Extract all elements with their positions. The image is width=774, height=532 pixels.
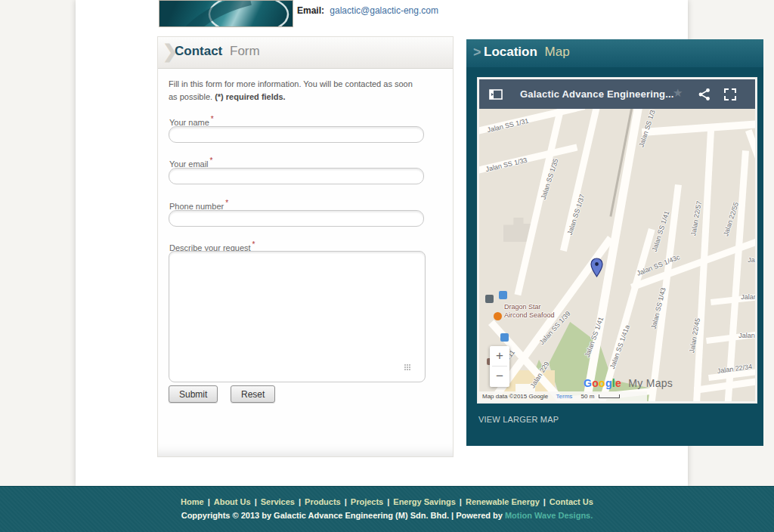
email-field-label: Your email*: [169, 156, 212, 169]
separator: |: [208, 497, 210, 506]
email-field[interactable]: [169, 168, 424, 184]
road: [515, 109, 565, 295]
footer-link[interactable]: Products: [305, 497, 341, 506]
required-asterisk: *: [225, 199, 228, 207]
required-asterisk: *: [211, 115, 214, 123]
panel-title: Contact Form: [175, 44, 260, 59]
separator: |: [299, 497, 301, 506]
footer-copyright: Coppyrights © 2013 by Galactic Advance E…: [0, 511, 774, 520]
email-label: Email:: [297, 5, 324, 16]
share-icon[interactable]: [697, 87, 712, 102]
poi-label: Dragon Star Aircond Seafood: [504, 303, 555, 320]
map-data-credit: Map data ©2015 Google: [482, 393, 548, 400]
hotel-icon[interactable]: [500, 333, 509, 342]
separator: |: [255, 497, 257, 506]
google-logo: Google: [584, 377, 621, 389]
textarea-resize-grip[interactable]: [404, 364, 410, 370]
map-marker-icon[interactable]: [590, 258, 603, 278]
map-zoom-control: + −: [490, 346, 509, 387]
scale-bar: [599, 394, 620, 398]
form-intro-text: Fill in this form for more information. …: [169, 78, 423, 104]
phone-label: Phone number*: [169, 199, 228, 211]
gas-station-icon[interactable]: [485, 295, 494, 303]
page: Email: galactic@galactic-eng.com ❯ Conta…: [0, 0, 774, 532]
scale-label: 50 m: [581, 393, 595, 400]
phone-field[interactable]: [169, 210, 424, 227]
location-map-header: > Location Map: [466, 39, 763, 67]
intro-required-note: (*) required fields.: [215, 92, 286, 101]
fullscreen-icon[interactable]: [723, 87, 738, 102]
intro-text: Fill in this form for more information. …: [169, 79, 413, 101]
separator: |: [387, 497, 389, 506]
separator: |: [460, 497, 462, 506]
footer-link[interactable]: Renewable Energy: [466, 497, 540, 506]
contact-email: Email: galactic@galactic-eng.com: [297, 5, 438, 16]
footer-link[interactable]: Projects: [351, 497, 383, 506]
contact-form-panel: ❯ Contact Form Fill in this form for mor…: [157, 36, 454, 457]
footer-link[interactable]: About Us: [214, 497, 251, 506]
footer-link[interactable]: Home: [181, 497, 204, 506]
google-my-maps-logo[interactable]: Google My Maps: [584, 377, 673, 389]
star-icon[interactable]: ★: [673, 86, 683, 100]
road-label: Jalan SS 1/33: [485, 156, 528, 173]
gmaps-toolbar: Galactic Advance Engineering... ★: [479, 79, 755, 109]
submit-button[interactable]: Submit: [169, 385, 218, 403]
request-textarea[interactable]: [169, 251, 426, 382]
panel-title-primary: Contact: [175, 44, 222, 58]
panel-title-secondary: Form: [230, 44, 260, 58]
road-label: Ja: [748, 256, 755, 264]
main-content: Email: galactic@galactic-eng.com ❯ Conta…: [76, 0, 688, 486]
map-embed-frame: Galactic Advance Engineering... ★: [478, 78, 757, 403]
required-asterisk: *: [252, 240, 255, 249]
footer-link[interactable]: Contact Us: [550, 497, 593, 506]
name-field[interactable]: [169, 126, 424, 143]
view-larger-map-link[interactable]: VIEW LARGER MAP: [478, 415, 559, 424]
separator: |: [345, 497, 347, 506]
name-label: Your name*: [169, 115, 214, 127]
gmaps-title: Galactic Advance Engineering...: [520, 88, 674, 100]
restaurant-icon[interactable]: [494, 312, 502, 320]
powered-by-link[interactable]: Motion Wave Designs.: [505, 511, 593, 520]
footer-link[interactable]: Services: [261, 497, 295, 506]
footer-nav: Home|About Us|Services|Products|Projects…: [0, 497, 774, 506]
road-label: Jalan: [741, 293, 755, 301]
panel-title-secondary: Map: [545, 45, 570, 59]
terms-link[interactable]: Terms: [556, 393, 573, 400]
zoom-out-button[interactable]: −: [490, 367, 509, 386]
map-viewport[interactable]: Jalan SS 1/31Jalan SS 1/33Jalan SS 1/35J…: [479, 109, 755, 401]
copyright-text: Coppyrights © 2013 by Galactic Advance E…: [181, 511, 505, 520]
email-link[interactable]: galactic@galactic-eng.com: [330, 5, 438, 16]
my-maps-label: My Maps: [628, 377, 673, 389]
map-attribution: Map data ©2015 Google Terms 50 m: [479, 391, 647, 401]
zoom-in-button[interactable]: +: [490, 346, 509, 366]
header-photo: [159, 0, 293, 27]
contact-form-header: ❯ Contact Form: [158, 37, 453, 69]
panel-title-primary: Location: [484, 45, 537, 59]
location-map-panel: > Location Map Galactic Advance Engineer…: [466, 39, 763, 446]
footer: Home|About Us|Services|Products|Projects…: [0, 486, 774, 532]
bus-stop-icon[interactable]: [499, 291, 507, 299]
road: [642, 119, 755, 135]
road-label: Jalan: [738, 332, 755, 339]
chevron-right-icon: >: [473, 45, 481, 60]
reset-button[interactable]: Reset: [231, 385, 275, 403]
panel-title: Location Map: [484, 45, 570, 60]
footer-link[interactable]: Energy Savings: [393, 497, 456, 506]
road: [694, 377, 755, 394]
separator: |: [543, 497, 546, 506]
required-asterisk: *: [210, 156, 213, 165]
my-maps-panel-icon[interactable]: [488, 87, 503, 102]
road-label: Jalan 22/57: [689, 200, 703, 237]
